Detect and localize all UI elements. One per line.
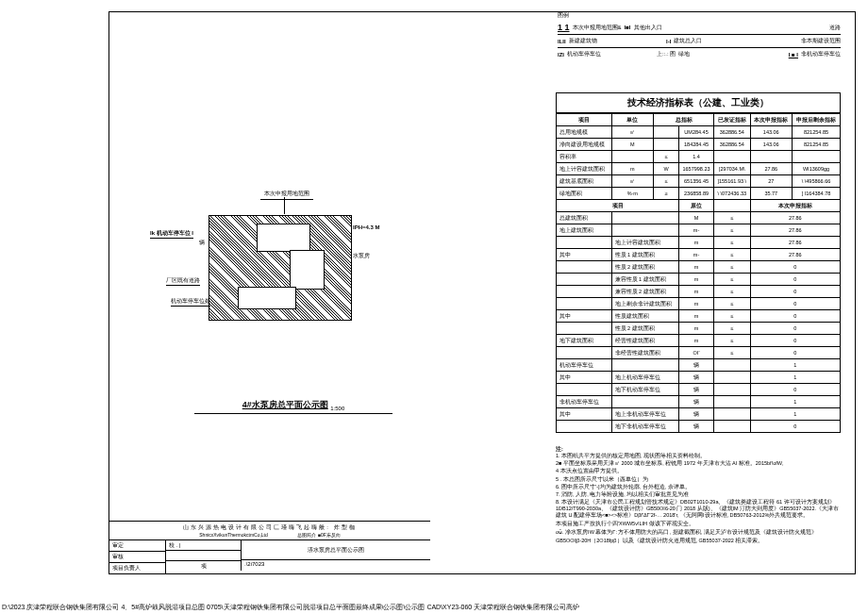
td: 0 <box>750 274 840 286</box>
td: ≤ <box>654 151 679 163</box>
td: 143.06 <box>750 139 792 151</box>
th: 总指标 <box>654 114 714 126</box>
td: \ \072436.33 <box>713 188 750 200</box>
label-iph: IPH=4.3 M <box>353 224 380 230</box>
td: m- <box>679 224 714 237</box>
td: ≤ <box>713 224 750 237</box>
td: ㎡ <box>611 175 654 188</box>
td: 性质建筑面积 <box>611 310 679 323</box>
tb-cell: 项 <box>166 561 242 571</box>
legend-block: 图例 1 1本次申报用地范围&I■I其他出入口 道路 ILII新建建筑物 I-I… <box>558 10 841 60</box>
td <box>750 151 792 163</box>
td: 地下机动车停车位 <box>611 384 679 396</box>
tb-cell: 校 . | <box>166 540 242 551</box>
td: 经营性建筑面积 <box>611 335 679 347</box>
legend-txt: 新建建筑物 <box>569 37 597 45</box>
td: 建筑基底面积 <box>557 175 612 188</box>
td <box>611 151 654 163</box>
company-en: ShnicxXvikunThermokctmCo,Ltd <box>199 532 268 538</box>
td <box>557 421 612 433</box>
td: ≤ <box>713 347 750 359</box>
bldg-box-2 <box>290 250 325 290</box>
td <box>557 384 612 396</box>
td: 其中 <box>557 372 612 384</box>
th: 单位 <box>611 114 654 126</box>
tb-grid: 审定 审核 项目负责人 校 . | 项 㳥水泵房总平面公示图 .\2i7023 <box>109 540 430 573</box>
legend-sym: I ■ I <box>789 52 798 58</box>
td: 性质 1 建筑面积 <box>611 249 679 261</box>
note-line: 6. 图中所示尺寸'-]均为建筑外轮廓, 台外框造, 余详单。 <box>556 484 841 490</box>
table-row: 兼容性质 1 建筑面积m≤0 <box>557 274 841 286</box>
td: 辆 <box>679 396 714 408</box>
table-row: 其中性质建筑面积m≤0 <box>557 310 841 323</box>
table-row: 建筑基底面积㎡≤651356.45]155161.93 \27\ \495866… <box>557 175 841 188</box>
td: 地上剩余非计建筑面积 <box>611 298 679 310</box>
eco-table: 项目 单位 总指标 已发证指标 本次申报指标 申报后剩余指标 总用地规模㎡UM2… <box>556 113 841 433</box>
td <box>793 151 841 163</box>
legend-row-2: ILII新建建筑物 I-I建筑总入口 非本期建设范围 <box>558 35 841 48</box>
td <box>557 261 612 274</box>
site-plan-drawing: 本次申报用地范围 Ik 机动车停车位 I 辆 IPH=4.3 M 水泵房 厂区既… <box>199 191 388 361</box>
td: 辆 <box>679 359 714 372</box>
table-row: 总建筑面积M≤27.86 <box>557 212 841 224</box>
td: 辆 <box>679 372 714 384</box>
td: \ \495866.66 <box>793 175 841 188</box>
td: 绿地面积 <box>557 188 612 200</box>
td <box>713 151 750 163</box>
td: 地上建筑面积 <box>557 224 612 237</box>
td: 821254.85 <box>793 126 841 139</box>
td: m <box>679 323 714 335</box>
legend-txt: 其他出入口 <box>634 24 662 32</box>
td: 地上机动车停车位 <box>611 372 679 384</box>
td <box>557 286 612 298</box>
td: 0 <box>750 384 840 396</box>
legend-row-3: IZI机动车停车位 上::.: 图绿地 I ■ I非机动车停车位 <box>558 48 841 60</box>
leader-line <box>284 197 285 214</box>
td: 地上计容建筑面积 <box>611 237 679 249</box>
td: M <box>611 139 654 151</box>
td: m <box>611 163 654 175</box>
td: 0 <box>750 286 840 298</box>
td: 821254.85 <box>793 139 841 151</box>
legend-sym: ILII <box>558 39 566 44</box>
td: 0 <box>750 323 840 335</box>
note-line: oǔ. 净水泵房IW 幕体为Γ: 方不体用防大的高口, 据建截面积, 满足天泸市… <box>556 529 841 536</box>
td: m <box>679 274 714 286</box>
legend-txt: 机动车停车位 <box>567 50 601 58</box>
th <box>713 200 750 212</box>
table-row: 性质 2 建筑面积m≤0 <box>557 323 841 335</box>
label-ik-sub: 辆 <box>199 239 205 247</box>
legend-txt: 建筑总入口 <box>674 37 702 45</box>
table-row: 总用地规模㎡UM284.45362886.54143.06821254.85 <box>557 126 841 139</box>
note-line: 1. 本图纸共平方提供的核定用地图, 现状图等相关资料绘制。 <box>556 453 841 459</box>
note-line: 4 本沃点位置由甲方提供。 <box>556 468 841 474</box>
td: ≤ <box>713 237 750 249</box>
td: 1 <box>750 372 840 384</box>
tb-label: 项目负责人 <box>109 563 166 573</box>
td: 0 <box>750 347 840 359</box>
td: [297034.M\ <box>713 163 750 175</box>
td <box>557 323 612 335</box>
legend-txt: 非机动车停车位 <box>801 50 841 58</box>
td <box>557 274 612 286</box>
td: 非经营性建筑面积 <box>611 347 679 359</box>
td: m <box>679 286 714 298</box>
td: ≤ <box>713 212 750 224</box>
td <box>557 237 612 249</box>
legend-sym: 上::.: 图 <box>657 50 676 58</box>
td <box>713 372 750 384</box>
th: 项目 <box>557 200 679 212</box>
td: 1.4 <box>679 151 714 163</box>
note-line: 8. 本设计满足《天津市公民工程规划管技术规定》DB02T1010-29a、《建… <box>556 499 841 519</box>
td: 1 <box>750 359 840 372</box>
table-row: 机动车停车位辆1 <box>557 359 841 372</box>
label-plant: 水泵房 <box>353 252 370 260</box>
td <box>713 384 750 396</box>
th: 原位 <box>679 200 714 212</box>
tb-cell <box>166 551 242 561</box>
td: 1 <box>750 408 840 421</box>
legend-txt: 本次申报用地范围& <box>573 24 622 32</box>
legend-sym: I■I <box>625 25 631 30</box>
td <box>654 139 679 151</box>
note-line: 5 . 本总图所示尺寸以米（西单位）为 <box>556 476 841 483</box>
